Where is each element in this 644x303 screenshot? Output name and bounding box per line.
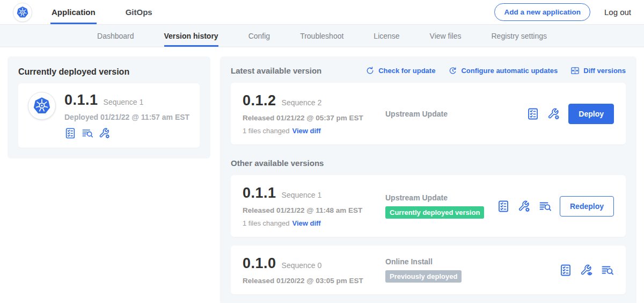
other-versions-title: Other available versions (231, 158, 626, 168)
subnav-tab-license[interactable]: License (374, 25, 399, 47)
check-for-update-link[interactable]: Check for update (365, 66, 435, 75)
version-number: 0.1.0 (243, 255, 276, 272)
subnav-tab-version-history[interactable]: Version history (164, 25, 218, 47)
released-timestamp: Released 01/21/22 @ 11:48 am EST (243, 206, 377, 214)
view-diff-link[interactable]: View diff (292, 219, 320, 227)
version-info: 0.1.1 Sequence 1 Released 01/21/22 @ 11:… (243, 185, 377, 227)
deploy-logs-icon[interactable] (539, 200, 552, 213)
deploy-button[interactable]: Deploy (568, 104, 614, 124)
tab-gitops[interactable]: GitOps (125, 0, 153, 24)
main-content: Currently deployed version 0.1.1 Sequenc… (0, 47, 644, 303)
kubernetes-logo (13, 3, 32, 22)
version-actions: Check for update Configure automatic upd… (365, 66, 626, 75)
app-tabs: Application GitOps (50, 0, 181, 24)
available-versions-panel: Latest available version Check for updat… (220, 56, 636, 303)
source-label: Upstream Update (385, 110, 520, 118)
latest-available-title: Latest available version (231, 66, 321, 75)
view-config-icon[interactable] (580, 264, 593, 277)
version-number: 0.1.1 (64, 92, 98, 109)
diff-versions-label: Diff versions (583, 67, 626, 75)
check-for-update-label: Check for update (378, 67, 435, 75)
files-changed-label: 1 files changed (243, 219, 289, 227)
edit-config-icon[interactable] (99, 127, 111, 139)
auto-update-icon (448, 66, 457, 75)
previously-deployed-badge: Previously deployed (385, 270, 462, 283)
release-notes-icon[interactable] (526, 107, 539, 120)
released-timestamp: Released 01/21/22 @ 05:37 pm EST (243, 114, 377, 122)
tab-application[interactable]: Application (50, 0, 97, 24)
sequence-label: Sequence 1 (282, 191, 322, 199)
release-notes-icon[interactable] (497, 200, 510, 213)
sequence-label: Sequence 1 (104, 98, 144, 106)
version-number: 0.1.1 (243, 185, 276, 201)
subnav-tab-registry-settings[interactable]: Registry settings (492, 25, 547, 47)
version-info: 0.1.0 Sequence 0 Released 01/20/22 @ 03:… (243, 255, 377, 285)
redeploy-button[interactable]: Redeploy (560, 196, 614, 217)
currently-deployed-panel: Currently deployed version 0.1.1 Sequenc… (8, 56, 210, 158)
configure-automatic-updates-link[interactable]: Configure automatic updates (448, 66, 558, 75)
version-card-0-1-0: 0.1.0 Sequence 0 Released 01/20/22 @ 03:… (231, 246, 626, 294)
source-label: Upstream Update (385, 193, 491, 202)
subnav-tab-view-files[interactable]: View files (430, 25, 462, 47)
edit-config-icon[interactable] (547, 107, 560, 120)
version-card-actions: Redeploy (491, 196, 614, 217)
version-card-latest: 0.1.2 Sequence 2 Released 01/21/22 @ 05:… (231, 83, 626, 145)
diff-versions-link[interactable]: Diff versions (570, 66, 626, 75)
refresh-icon (365, 66, 375, 75)
release-notes-icon[interactable] (559, 264, 572, 277)
version-source: Upstream Update (377, 110, 520, 118)
configure-automatic-updates-label: Configure automatic updates (461, 67, 558, 75)
logout-button[interactable]: Log out (604, 8, 631, 17)
deployed-timestamp: Deployed 01/21/22 @ 11:57 am EST (64, 113, 189, 121)
currently-deployed-title: Currently deployed version (18, 67, 200, 77)
version-info: 0.1.2 Sequence 2 Released 01/21/22 @ 05:… (243, 92, 377, 135)
version-card-actions (553, 264, 614, 277)
files-changed-label: 1 files changed (243, 127, 289, 135)
subnav-tab-config[interactable]: Config (248, 25, 270, 47)
deploy-logs-icon[interactable] (82, 127, 93, 139)
edit-config-icon[interactable] (518, 200, 531, 213)
deployed-version-info: 0.1.1 Sequence 1 Deployed 01/21/22 @ 11:… (64, 92, 189, 139)
subnav-tab-troubleshoot[interactable]: Troubleshoot (300, 25, 343, 47)
version-number: 0.1.2 (243, 92, 276, 109)
kubernetes-logo-icon (30, 94, 54, 118)
deploy-logs-icon[interactable] (601, 264, 614, 277)
deployed-version-card: 0.1.1 Sequence 1 Deployed 01/21/22 @ 11:… (18, 83, 200, 148)
version-card-actions: Deploy (520, 104, 614, 124)
version-card-0-1-1: 0.1.1 Sequence 1 Released 01/21/22 @ 11:… (231, 175, 626, 237)
app-logo (28, 92, 56, 120)
view-diff-link[interactable]: View diff (292, 127, 320, 135)
version-source: Upstream Update Currently deployed versi… (377, 193, 491, 219)
release-notes-icon[interactable] (64, 127, 76, 139)
released-timestamp: Released 01/20/22 @ 03:05 pm EST (243, 277, 377, 285)
app-subnav: Dashboard Version history Config Trouble… (0, 25, 644, 47)
source-label: Online Install (385, 257, 553, 266)
add-application-button[interactable]: Add a new application (494, 3, 590, 21)
sequence-label: Sequence 0 (282, 261, 322, 270)
diff-icon (570, 66, 580, 75)
currently-deployed-badge: Currently deployed version (385, 206, 484, 219)
header-right: Add a new application Log out (494, 0, 631, 24)
subnav-tab-dashboard[interactable]: Dashboard (97, 25, 134, 47)
kubernetes-logo-icon (14, 4, 31, 20)
app-header: Application GitOps Add a new application… (0, 0, 644, 25)
sequence-label: Sequence 2 (282, 98, 322, 107)
version-source: Online Install Previously deployed (377, 257, 553, 283)
